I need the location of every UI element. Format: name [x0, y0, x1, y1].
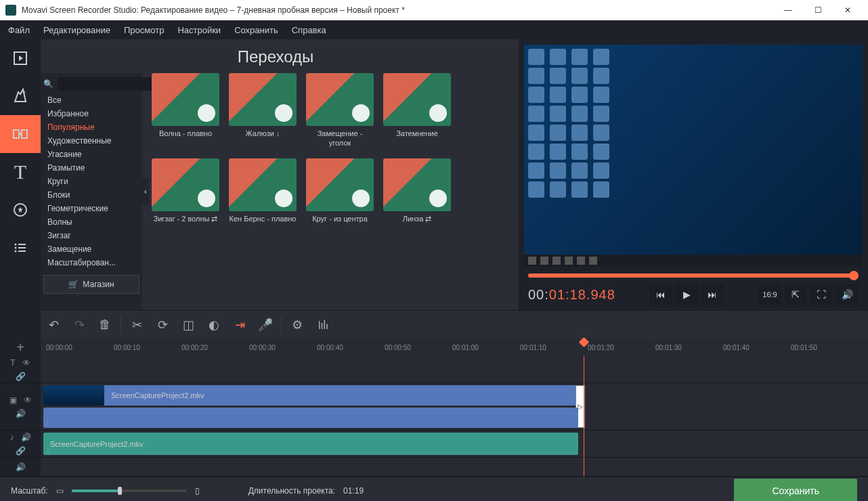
audio-clip-name: ScreenCaptureProject2.mkv — [50, 440, 144, 448]
category-item[interactable]: Угасание — [43, 148, 139, 161]
rotate-button[interactable]: ⟳ — [150, 312, 175, 338]
record-voice-button[interactable]: 🎤 — [253, 312, 278, 338]
video-track-icon: ▣ — [9, 395, 17, 405]
transition-thumb[interactable]: Затемнение — [383, 73, 451, 148]
audio-clip[interactable]: ScreenCaptureProject2.mkv — [43, 433, 578, 455]
menu-view[interactable]: Просмотр — [124, 25, 164, 35]
thumb-label: Линза ⇄ — [403, 214, 432, 233]
category-item[interactable]: Популярные — [43, 121, 139, 134]
transitions-panel: Переходы 🔍 ✕ ВсеИзбранноеПопулярныеХудож… — [41, 39, 519, 310]
store-button[interactable]: 🛒 Магазин — [43, 275, 139, 294]
preview-screen[interactable] — [524, 45, 863, 267]
zoom-slider[interactable] — [72, 489, 187, 492]
category-item[interactable]: Круги — [43, 175, 139, 188]
search-input[interactable] — [58, 77, 159, 91]
visibility-icon[interactable]: 👁 — [22, 358, 30, 368]
playhead[interactable] — [584, 356, 584, 477]
category-item[interactable]: Все — [43, 93, 139, 107]
link-icon[interactable]: 🔗 — [16, 446, 26, 456]
audio-track-body[interactable]: ScreenCaptureProject2.mkv — [41, 431, 868, 457]
menu-help[interactable]: Справка — [292, 25, 326, 35]
mute-icon[interactable]: 🔊 — [16, 462, 26, 472]
clip-properties-button[interactable]: ⚙ — [284, 312, 310, 338]
play-button[interactable]: ▶ — [675, 284, 698, 305]
transition-thumb[interactable]: Жалюзи ↓ — [229, 73, 297, 148]
zoom-in-icon[interactable]: ▯ — [195, 486, 200, 496]
title-track-body[interactable] — [41, 356, 868, 383]
prev-button[interactable]: ⏮ — [649, 284, 672, 305]
menu-save[interactable]: Сохранить — [234, 25, 278, 35]
transition-thumb[interactable]: Линза ⇄ — [383, 158, 451, 233]
category-item[interactable]: Масштабирован... — [43, 256, 139, 269]
category-item[interactable]: Художественные — [43, 134, 139, 148]
volume-button[interactable]: 🔊 — [836, 284, 859, 305]
seek-bar[interactable] — [528, 274, 859, 278]
menu-edit[interactable]: Редактирование — [43, 25, 110, 35]
thumb-label: Волна - плавно — [159, 129, 212, 148]
menu-settings[interactable]: Настройки — [177, 25, 221, 35]
titles-tab[interactable]: T — [0, 153, 41, 191]
category-item[interactable]: Волны — [43, 215, 139, 229]
zoom-out-icon[interactable]: ▭ — [56, 486, 64, 496]
transition-thumb[interactable]: Зигзаг - 2 волны ⇄ — [152, 158, 219, 233]
transition-thumb[interactable]: Замещение - уголок — [306, 73, 374, 148]
audio-properties-button[interactable] — [310, 312, 336, 338]
transition-thumb[interactable]: Круг - из центра — [306, 158, 374, 233]
transitions-tab[interactable] — [0, 115, 41, 153]
category-list: 🔍 ✕ ВсеИзбранноеПопулярныеХудожественные… — [41, 73, 142, 310]
link-icon[interactable]: 🔗 — [16, 372, 26, 381]
delete-button[interactable]: 🗑 — [92, 312, 118, 338]
collapse-categories-handle[interactable]: ‹ — [142, 178, 149, 205]
menu-file[interactable]: Файл — [8, 25, 30, 35]
cut-button[interactable]: ✂ — [124, 312, 150, 338]
minimize-button[interactable]: — — [773, 0, 803, 20]
color-button[interactable]: ◐ — [201, 312, 227, 338]
save-button[interactable]: Сохранить — [734, 479, 857, 502]
text-track-icon: T — [10, 358, 15, 368]
zoom-label: Масштаб: — [11, 486, 48, 496]
ruler-tick: 00:01:20 — [588, 344, 614, 351]
visibility-icon[interactable]: 👁 — [24, 395, 32, 405]
category-item[interactable]: Геометрические — [43, 202, 139, 215]
video-clip[interactable]: ScreenCaptureProject2.mkv — [43, 385, 578, 406]
timeline-ruler[interactable]: + 00:00:0000:00:1000:00:2000:00:3000:00:… — [0, 339, 868, 356]
filters-tab[interactable] — [0, 77, 41, 115]
svg-point-6 — [15, 247, 17, 249]
maximize-button[interactable]: ☐ — [803, 0, 833, 20]
category-item[interactable]: Блоки — [43, 188, 139, 202]
transition-thumb[interactable]: Волна - плавно — [152, 73, 219, 148]
next-button[interactable]: ⏭ — [701, 284, 724, 305]
thumbnail-grid: Волна - плавноЖалюзи ↓Замещение - уголок… — [142, 73, 511, 310]
mute-icon[interactable]: 🔊 — [16, 409, 26, 418]
thumb-label: Замещение - уголок — [306, 129, 374, 148]
popout-button[interactable]: ⇱ — [784, 284, 807, 305]
category-item[interactable]: Замещение — [43, 242, 139, 256]
category-item[interactable]: Размытие — [43, 161, 139, 175]
media-tab[interactable] — [0, 39, 41, 77]
redo-button[interactable]: ↷ — [66, 312, 92, 338]
ruler-tick: 00:00:10 — [114, 344, 140, 351]
video-audio-clip[interactable] — [43, 408, 578, 428]
stickers-tab[interactable] — [0, 191, 41, 229]
duration-label: Длительность проекта: — [248, 486, 335, 496]
undo-button[interactable]: ↶ — [41, 312, 66, 338]
preview-content — [528, 49, 612, 198]
category-item[interactable]: Избранное — [43, 107, 139, 121]
more-tab[interactable] — [0, 229, 41, 267]
mute-icon[interactable]: 🔊 — [21, 433, 31, 442]
duration-value: 01:19 — [343, 486, 364, 496]
transition-thumb[interactable]: Кен Бернс - плавно — [229, 158, 297, 233]
svg-rect-2 — [14, 130, 19, 138]
svg-point-7 — [15, 250, 17, 253]
transition-wizard-button[interactable]: ⇥ — [227, 312, 253, 338]
close-button[interactable]: ✕ — [833, 0, 863, 20]
thumb-image — [383, 73, 451, 126]
video-track-body[interactable]: ScreenCaptureProject2.mkv ▷ — [41, 383, 868, 430]
fullscreen-button[interactable]: ⛶ — [810, 284, 833, 305]
crop-button[interactable]: ◫ — [175, 312, 201, 338]
category-item[interactable]: Зигзаг — [43, 229, 139, 242]
aspect-ratio-button[interactable]: 16:9 — [758, 284, 781, 305]
add-track-button[interactable]: + — [0, 339, 41, 356]
empty-track-body[interactable] — [41, 458, 868, 476]
svg-rect-10 — [18, 250, 26, 252]
